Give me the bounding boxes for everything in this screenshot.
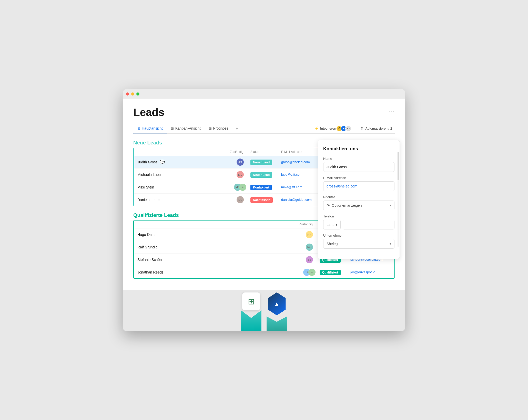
avatar-cell: RG bbox=[299, 244, 320, 251]
minimize-button[interactable] bbox=[131, 92, 134, 96]
maximize-button[interactable] bbox=[136, 92, 139, 96]
avatar-cell: JR + bbox=[299, 269, 320, 276]
avatar: + bbox=[239, 184, 246, 191]
lead-name: Mike Stein bbox=[137, 185, 230, 189]
name-input[interactable] bbox=[323, 162, 394, 172]
avatar-group: MS + bbox=[234, 184, 246, 191]
status-badge: Neuer Lead bbox=[250, 160, 272, 165]
col-zustandig-header: Zuständig bbox=[299, 223, 320, 226]
arrow-integration-item: ▲ bbox=[267, 292, 287, 331]
name-label: Name bbox=[323, 157, 394, 161]
automate-icon: ⚙ bbox=[361, 127, 364, 130]
chevron-down-icon: ▾ bbox=[336, 223, 337, 227]
priority-label: Priorität bbox=[323, 195, 394, 199]
col-email-header: E-Mail-Adresse bbox=[281, 150, 322, 154]
avatar: DL bbox=[237, 196, 244, 203]
phone-field-group: Telefon Land ▾ bbox=[323, 214, 394, 229]
main-window: Leads ··· ⊞ Hauptansicht ⊡ Kanban-Ansich… bbox=[123, 89, 405, 331]
small-teal-envelope bbox=[267, 313, 287, 331]
avatar-cell: SS bbox=[299, 256, 320, 263]
lead-name: Stefanie Schön bbox=[137, 258, 299, 262]
integrate-label: Integrieren bbox=[320, 127, 336, 130]
email-label: E-Mail-Adresse bbox=[323, 176, 394, 180]
email-cell[interactable]: gross@sheleg.com bbox=[281, 160, 322, 164]
tab-prognose-label: Prognose bbox=[213, 126, 229, 130]
avatar: ML bbox=[237, 171, 244, 178]
phone-number-input[interactable] bbox=[343, 220, 394, 229]
priority-select[interactable]: 👁 Optionen anzeigen ▾ bbox=[323, 201, 394, 210]
col-zustandig-header: Zuständig bbox=[230, 150, 250, 154]
avatar-cell: DL bbox=[230, 196, 250, 203]
main-area: Neue Leads Zuständig Status E-Mail-Adres… bbox=[133, 140, 395, 285]
qualifizierte-leads-title: Qualifizierte Leads bbox=[133, 212, 179, 218]
hex-icon: ▲ bbox=[267, 292, 287, 316]
avatar-cell: ML bbox=[230, 171, 250, 178]
email-cell[interactable]: jon@drivespot.io bbox=[350, 270, 391, 274]
status-badge: Nachfassen bbox=[250, 197, 273, 203]
automate-label: Automatisieren / 2 bbox=[365, 127, 392, 130]
status-badge: Qualifiziert bbox=[320, 270, 341, 275]
email-input[interactable] bbox=[323, 181, 394, 191]
priority-field-group: Priorität 👁 Optionen anzeigen ▾ bbox=[323, 195, 394, 210]
page-title: Leads bbox=[133, 106, 164, 119]
company-field-group: Unternehmen Sheleg ▾ bbox=[323, 234, 394, 249]
col-status-header: Status bbox=[250, 150, 281, 154]
add-tab-button[interactable]: + bbox=[233, 124, 241, 133]
app-content: Leads ··· ⊞ Hauptansicht ⊡ Kanban-Ansich… bbox=[123, 99, 405, 290]
avatar: SS bbox=[306, 256, 313, 263]
phone-label: Telefon bbox=[323, 214, 394, 218]
more-options-button[interactable]: ··· bbox=[389, 108, 395, 115]
tab-actions: ⚡ Integrieren € ● +2 ⚙ Automatisieren / … bbox=[312, 124, 395, 133]
integrate-icon: ⚡ bbox=[314, 127, 319, 130]
status-badge: Kontaktiert bbox=[250, 185, 272, 190]
phone-row: Land ▾ bbox=[323, 220, 394, 229]
close-button[interactable] bbox=[126, 92, 129, 96]
page-header: Leads ··· bbox=[133, 106, 395, 119]
scrollbar-track bbox=[398, 152, 399, 247]
status-cell: Neuer Lead bbox=[250, 160, 281, 164]
phone-country-select[interactable]: Land ▾ bbox=[323, 220, 341, 229]
priority-placeholder: Optionen anzeigen bbox=[332, 203, 390, 207]
integrate-button[interactable]: ⚡ Integrieren € ● +2 bbox=[312, 124, 354, 133]
avatar: RG bbox=[306, 244, 313, 251]
email-cell[interactable]: mike@sff.com bbox=[281, 185, 322, 189]
excel-integration-item: ⊞ bbox=[241, 300, 261, 331]
status-cell: Qualifiziert bbox=[320, 270, 350, 274]
tab-hauptansicht-label: Hauptansicht bbox=[142, 126, 163, 130]
lead-name: Judith Gross 💬 bbox=[137, 160, 230, 164]
company-select[interactable]: Sheleg ▾ bbox=[323, 239, 394, 249]
avatar-badge-plus: +2 bbox=[345, 125, 351, 132]
email-cell[interactable]: lupu@zift.com bbox=[281, 173, 322, 176]
lead-name: Daniela Lehmann bbox=[137, 198, 230, 202]
decorative-items: ⊞ ▲ bbox=[241, 290, 287, 331]
tab-hauptansicht[interactable]: ⊞ Hauptansicht bbox=[133, 124, 167, 133]
table-row[interactable]: Jonathan Reeds JR + Qualifiziert jon@dri… bbox=[134, 266, 394, 278]
status-cell: Neuer Lead bbox=[250, 173, 281, 177]
col-name-header bbox=[137, 150, 230, 154]
tab-prognose[interactable]: ⊟ Prognose bbox=[205, 124, 233, 133]
panel-title: Kontaktiere uns bbox=[323, 146, 394, 152]
status-cell: Nachfassen bbox=[250, 198, 281, 202]
integration-avatars: € ● +2 bbox=[338, 125, 351, 132]
name-field-group: Name bbox=[323, 157, 394, 172]
email-cell[interactable]: daniela@golder.com bbox=[281, 198, 322, 202]
automate-button[interactable]: ⚙ Automatisieren / 2 bbox=[358, 125, 395, 132]
tab-kanban[interactable]: ⊡ Kanban-Ansicht bbox=[167, 124, 205, 133]
chevron-down-icon: ▾ bbox=[390, 242, 391, 246]
neue-leads-title: Neue Leads bbox=[133, 140, 162, 146]
chart-icon: ⊟ bbox=[209, 127, 212, 130]
chevron-down-icon: ▾ bbox=[390, 204, 391, 207]
chat-icon: 💬 bbox=[160, 160, 165, 164]
lead-name: Ralf Grundig bbox=[137, 245, 299, 249]
email-field-group: E-Mail-Adresse bbox=[323, 176, 394, 191]
avatar: JG bbox=[237, 159, 244, 166]
titlebar bbox=[123, 89, 405, 99]
lead-name: Michaela Lupu bbox=[137, 173, 230, 177]
avatar: + bbox=[308, 269, 316, 276]
grid-icon: ⊞ bbox=[137, 127, 140, 130]
eye-icon: 👁 bbox=[327, 203, 330, 207]
lead-name: Hugo Kern bbox=[137, 233, 299, 237]
scrollbar-thumb[interactable] bbox=[398, 152, 399, 180]
bottom-area: ⊞ ▲ bbox=[123, 290, 405, 331]
kanban-icon: ⊡ bbox=[171, 127, 174, 130]
